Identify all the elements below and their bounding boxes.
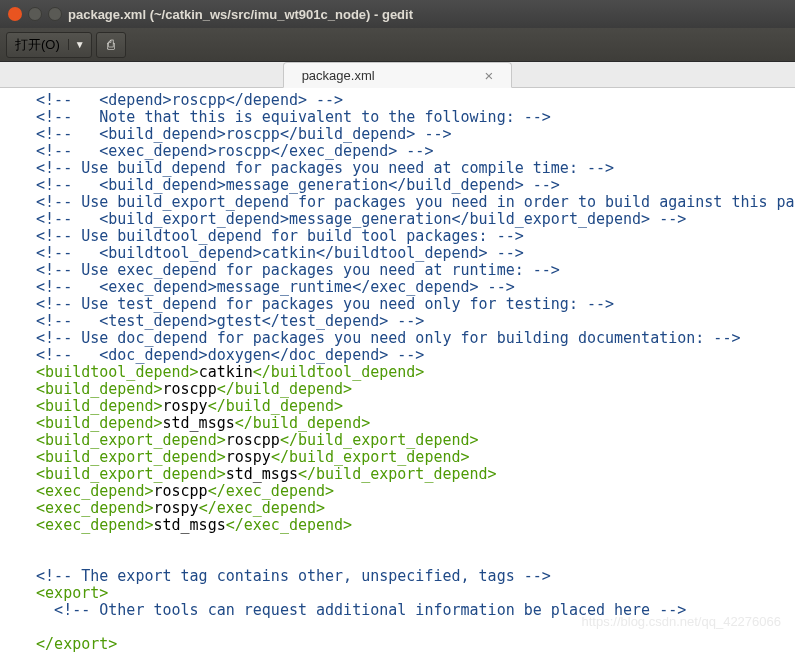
maximize-icon[interactable] [48,7,62,21]
code-line[interactable]: <!-- <build_export_depend>message_genera… [18,211,789,228]
code-line[interactable]: <!-- Use buildtool_depend for build tool… [18,228,789,245]
editor-area[interactable]: <!-- <depend>roscpp</depend> --> <!-- No… [0,88,795,652]
window-controls [8,7,62,21]
close-tab-icon[interactable]: × [485,68,494,83]
tab-label: package.xml [302,68,375,83]
code-line[interactable]: <export> [18,585,789,602]
minimize-icon[interactable] [28,7,42,21]
code-line[interactable]: <build_export_depend>std_msgs</build_exp… [18,466,789,483]
code-line[interactable]: <!-- Note that this is equivalent to the… [18,109,789,126]
open-button[interactable]: 打开(O) ▼ [6,32,92,58]
code-line[interactable]: <build_export_depend>rospy</build_export… [18,449,789,466]
code-line[interactable]: <!-- <buildtool_depend>catkin</buildtool… [18,245,789,262]
code-line[interactable]: <build_depend>std_msgs</build_depend> [18,415,789,432]
code-line[interactable] [18,534,789,551]
code-line[interactable]: <exec_depend>rospy</exec_depend> [18,500,789,517]
code-line[interactable]: <!-- The export tag contains other, unsp… [18,568,789,585]
code-line[interactable]: <!-- <depend>roscpp</depend> --> [18,92,789,109]
window-titlebar: package.xml (~/catkin_ws/src/imu_wt901c_… [0,0,795,28]
code-line[interactable]: <build_depend>rospy</build_depend> [18,398,789,415]
code-line[interactable]: <!-- <build_depend>message_generation</b… [18,177,789,194]
open-button-label: 打开(O) [7,36,68,54]
code-line[interactable]: <exec_depend>roscpp</exec_depend> [18,483,789,500]
code-line[interactable]: <!-- Use exec_depend for packages you ne… [18,262,789,279]
new-document-icon: ⎙ [107,37,115,52]
code-line[interactable]: <!-- <build_depend>roscpp</build_depend>… [18,126,789,143]
code-line[interactable]: <!-- <doc_depend>doxygen</doc_depend> --… [18,347,789,364]
chevron-down-icon[interactable]: ▼ [68,39,91,50]
code-line[interactable]: </export> [18,636,789,652]
code-line[interactable]: <!-- <exec_depend>roscpp</exec_depend> -… [18,143,789,160]
toolbar: 打开(O) ▼ ⎙ [0,28,795,62]
code-line[interactable] [18,551,789,568]
watermark: https://blog.csdn.net/qq_42276066 [582,613,782,630]
tab-bar: package.xml × [0,62,795,88]
code-line[interactable]: <build_depend>roscpp</build_depend> [18,381,789,398]
code-line[interactable]: <!-- Use test_depend for packages you ne… [18,296,789,313]
tab-package-xml[interactable]: package.xml × [283,62,513,88]
code-line[interactable]: <exec_depend>std_msgs</exec_depend> [18,517,789,534]
new-document-button[interactable]: ⎙ [96,32,126,58]
code-line[interactable]: <!-- <test_depend>gtest</test_depend> --… [18,313,789,330]
code-line[interactable]: <buildtool_depend>catkin</buildtool_depe… [18,364,789,381]
close-icon[interactable] [8,7,22,21]
window-title: package.xml (~/catkin_ws/src/imu_wt901c_… [68,7,413,22]
code-line[interactable]: <build_export_depend>roscpp</build_expor… [18,432,789,449]
code-line[interactable]: <!-- <exec_depend>message_runtime</exec_… [18,279,789,296]
code-line[interactable]: <!-- Use build_export_depend for package… [18,194,789,211]
code-line[interactable]: <!-- Use doc_depend for packages you nee… [18,330,789,347]
code-line[interactable]: <!-- Use build_depend for packages you n… [18,160,789,177]
